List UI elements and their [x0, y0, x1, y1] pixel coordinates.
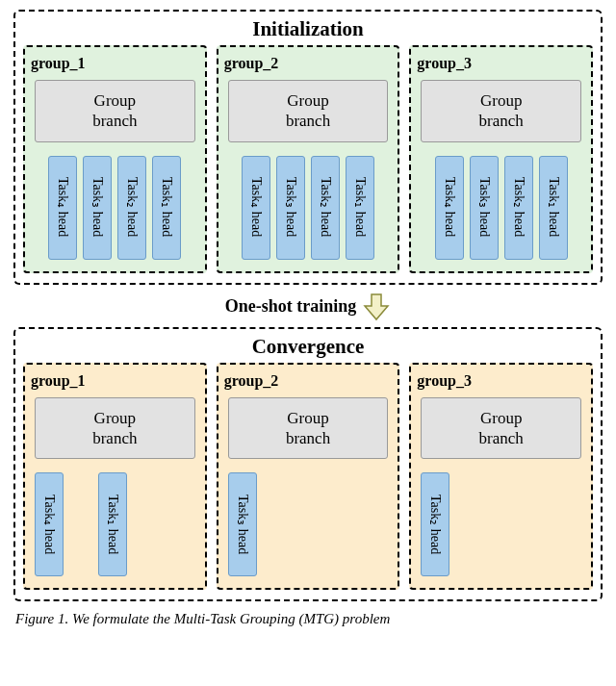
- init-group-3: group_3 Groupbranch Task₄ head Task₃ hea…: [409, 45, 593, 273]
- task-head: Task₂ head: [117, 156, 146, 260]
- task-head: Task₁ head: [539, 156, 568, 260]
- group-branch: Groupbranch: [421, 397, 581, 460]
- svg-marker-0: [365, 294, 388, 319]
- group-branch: Groupbranch: [228, 80, 389, 142]
- caption-prefix: Figure 1.: [15, 611, 68, 626]
- group-branch: Groupbranch: [421, 80, 581, 142]
- heads-row: Task₄ head Task₃ head Task₂ head Task₁ h…: [224, 156, 393, 262]
- heads-row: Task₃ head: [224, 472, 393, 578]
- figure-caption: Figure 1. We formulate the Multi-Task Gr…: [13, 611, 603, 627]
- task-head: Task₃ head: [228, 472, 257, 576]
- group-label: group_1: [31, 372, 199, 390]
- heads-row: Task₂ head: [417, 472, 585, 578]
- group-label: group_3: [417, 55, 585, 72]
- task-head: Task₄ head: [48, 156, 77, 260]
- task-head: Task₄ head: [35, 472, 64, 576]
- task-head: Task₄ head: [242, 156, 270, 260]
- conv-group-2: group_2 Groupbranch Task₃ head: [217, 363, 400, 591]
- task-head: Task₂ head: [421, 472, 449, 576]
- task-head: Task₂ head: [504, 156, 533, 260]
- task-head: Task₁ head: [98, 472, 127, 576]
- conv-group-3: group_3 Groupbranch Task₂ head: [409, 363, 593, 591]
- init-group-1: group_1 Groupbranch Task₄ head Task₃ hea…: [23, 45, 207, 273]
- transition-row: One-shot training: [13, 292, 603, 321]
- down-arrow-icon: [362, 292, 391, 321]
- init-group-2: group_2 Groupbranch Task₄ head Task₃ hea…: [217, 45, 400, 273]
- task-head: Task₂ head: [311, 156, 340, 260]
- conv-title: Convergence: [23, 335, 593, 359]
- conv-groups-row: group_1 Groupbranch Task₄ head Task₁ hea…: [23, 363, 593, 591]
- task-head: Task₃ head: [276, 156, 305, 260]
- group-label: group_2: [224, 372, 393, 390]
- group-branch: Groupbranch: [35, 397, 195, 460]
- group-label: group_3: [417, 372, 585, 390]
- heads-row: Task₄ head Task₁ head: [31, 472, 199, 578]
- group-branch: Groupbranch: [228, 397, 389, 460]
- group-label: group_1: [31, 55, 199, 72]
- convergence-phase: Convergence group_1 Groupbranch Task₄ he…: [13, 327, 603, 602]
- init-groups-row: group_1 Groupbranch Task₄ head Task₃ hea…: [23, 45, 593, 273]
- task-head: Task₁ head: [152, 156, 181, 260]
- group-label: group_2: [224, 55, 393, 72]
- initialization-phase: Initialization group_1 Groupbranch Task₄…: [13, 10, 603, 285]
- caption-body: We formulate the Multi-Task Grouping (MT…: [68, 611, 390, 626]
- task-head: Task₁ head: [346, 156, 374, 260]
- init-title: Initialization: [23, 17, 593, 41]
- task-head: Task₃ head: [83, 156, 112, 260]
- heads-row: Task₄ head Task₃ head Task₂ head Task₁ h…: [31, 156, 199, 262]
- group-branch: Groupbranch: [35, 80, 195, 142]
- heads-row: Task₄ head Task₃ head Task₂ head Task₁ h…: [417, 156, 585, 262]
- task-head: Task₃ head: [470, 156, 499, 260]
- transition-label: One-shot training: [225, 296, 357, 317]
- task-head: Task₄ head: [435, 156, 464, 260]
- conv-group-1: group_1 Groupbranch Task₄ head Task₁ hea…: [23, 363, 207, 591]
